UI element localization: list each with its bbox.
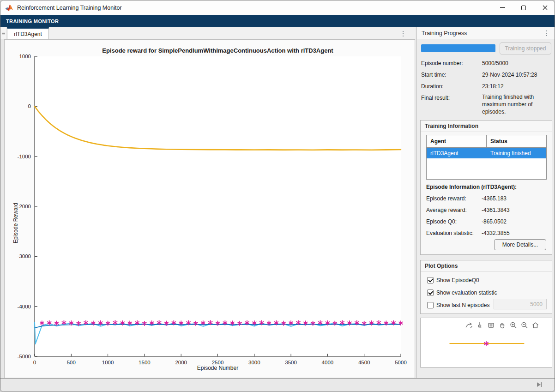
status-cell: Training finished [487, 148, 546, 158]
average-reward-label: Average reward: [426, 207, 467, 213]
agent-cell: rlTD3Agent [427, 148, 487, 158]
title-bar: Reinforcement Learning Training Monitor [0, 0, 555, 15]
maximize-icon[interactable] [513, 0, 534, 15]
expand-panel-icon[interactable] [536, 381, 543, 388]
last-n-episodes-input[interactable] [494, 299, 547, 309]
table-row[interactable]: rlTD3Agent Training finished [427, 148, 546, 158]
episode-reward-value: -4365.183 [482, 195, 507, 202]
show-evaluation-statistic-checkbox[interactable] [427, 289, 434, 296]
show-last-n-episodes-label: Show last N episodes [436, 302, 489, 308]
episode-number-value: 5000/5000 [482, 60, 508, 66]
average-reward-value: -4361.3843 [482, 207, 510, 213]
document-tab-strip: rlTD3Agent [0, 27, 416, 39]
evaluation-statistic-label: Evaluation statistic: [426, 230, 474, 236]
restore-view-icon[interactable] [531, 321, 540, 330]
panel-actions-icon[interactable] [543, 29, 551, 37]
checkbox-row-last-n: Show last N episodes [427, 302, 489, 308]
close-icon[interactable] [534, 0, 555, 15]
preview-plot-card [420, 318, 552, 368]
chart-title: Episode reward for SimplePendlumWithImag… [35, 47, 401, 54]
episode-reward-label: Episode reward: [426, 195, 466, 202]
episode-q0-value: -865.0502 [482, 218, 507, 225]
start-time-value: 29-Nov-2024 10:57:28 [482, 72, 537, 78]
column-agent[interactable]: Agent [427, 135, 487, 147]
plot-options-title: Plot Options [425, 263, 458, 269]
panel-title: Training Progress [422, 30, 467, 36]
ribbon-tab-training-monitor[interactable]: TRAINING MONITOR [6, 18, 59, 24]
status-bar [0, 378, 555, 392]
y-axis-label: Episode Reward [12, 195, 19, 251]
tab-rltd3agent[interactable]: rlTD3Agent [7, 27, 49, 39]
training-progress-bar-fill [421, 44, 495, 52]
episode-information-title: Episode Information (rlTD3Agent): [426, 184, 517, 190]
drag-handle-icon[interactable] [0, 27, 7, 39]
duration-value: 23:18:12 [482, 83, 504, 90]
episode-reward-document: Episode reward for SimplePendlumWithImag… [4, 39, 415, 378]
x-axis-label: Episode Number [35, 365, 401, 371]
show-episodeq0-label: Show EpisodeQ0 [436, 277, 479, 283]
evaluation-statistic-value: -4332.3855 [482, 230, 510, 236]
svg-text:-1000: -1000 [18, 154, 31, 159]
final-result-label: Final result: [421, 95, 450, 101]
training-stopped-button[interactable]: Training stopped [500, 42, 551, 54]
episode-reward-chart: 10000-1000-2000-3000-4000-50000500100015… [5, 40, 415, 378]
final-result-value: Training finished with maximum number of… [482, 93, 551, 115]
svg-text:0: 0 [28, 103, 31, 109]
episode-number-label: Episode number: [421, 60, 463, 66]
training-progress-panel: Training Progress Training stopped Episo… [416, 27, 555, 378]
pan-icon[interactable] [498, 321, 507, 330]
svg-text:-5000: -5000 [18, 354, 31, 359]
start-time-label: Start time: [421, 72, 446, 78]
show-episodeq0-checkbox[interactable] [427, 277, 434, 283]
zoom-out-icon[interactable] [520, 321, 529, 330]
more-details-button[interactable]: More Details... [494, 239, 546, 250]
checkbox-row-episodeq0: Show EpisodeQ0 [427, 277, 479, 283]
brush-icon[interactable] [476, 321, 484, 330]
show-evaluation-statistic-label: Show evaluation statistic [436, 289, 497, 296]
checkbox-row-evaluation: Show evaluation statistic [427, 289, 497, 296]
table-header-row: Agent Status [427, 135, 546, 148]
plot-options-card: Plot Options Show EpisodeQ0 Show evaluat… [420, 260, 552, 314]
duration-label: Duration: [421, 83, 444, 90]
window-title: Reinforcement Learning Training Monitor [17, 5, 122, 11]
export-icon[interactable] [465, 321, 473, 330]
matlab-logo-icon [5, 4, 13, 12]
toolstrip-ribbon: TRAINING MONITOR [0, 15, 555, 27]
axes-toolbar [465, 321, 540, 330]
svg-text:-4000: -4000 [18, 304, 31, 309]
training-progress-bar [421, 44, 495, 52]
datatips-icon[interactable] [487, 321, 495, 330]
panel-header: Training Progress [417, 27, 555, 39]
column-status[interactable]: Status [487, 135, 546, 147]
svg-text:1000: 1000 [19, 54, 31, 59]
show-last-n-episodes-checkbox[interactable] [427, 302, 434, 308]
document-actions-icon[interactable] [399, 30, 407, 38]
svg-text:-3000: -3000 [18, 253, 31, 259]
svg-text:-2000: -2000 [18, 204, 31, 209]
app-window: Reinforcement Learning Training Monitor … [0, 0, 555, 392]
minimize-icon[interactable] [492, 0, 513, 15]
agent-status-table: Agent Status rlTD3Agent Training finishe… [426, 135, 547, 180]
training-information-card: Training Information Agent Status rlTD3A… [420, 120, 552, 255]
episode-q0-label: Episode Q0: [426, 218, 457, 225]
zoom-in-icon[interactable] [509, 321, 518, 330]
tab-label: rlTD3Agent [14, 31, 42, 37]
training-information-title: Training Information [425, 123, 478, 129]
